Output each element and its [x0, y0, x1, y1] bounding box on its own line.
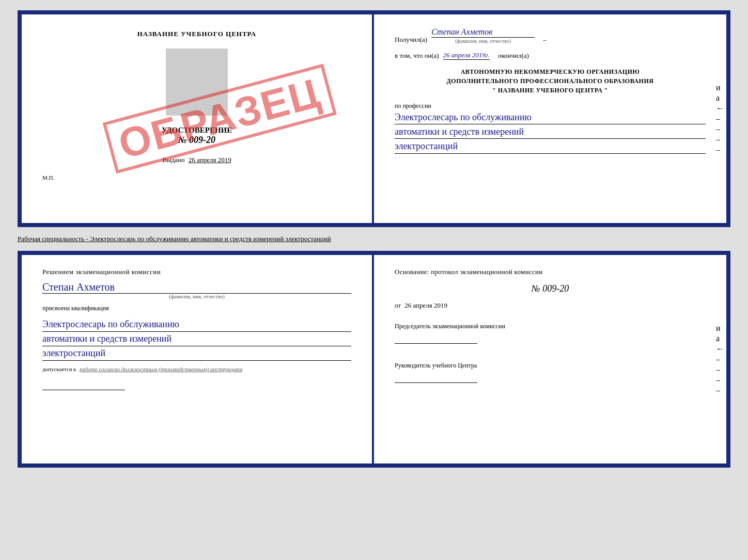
- left-signature-line: [42, 380, 125, 390]
- org-text: АВТОНОМНУЮ НЕКОММЕРЧЕСКУЮ ОРГАНИЗАЦИЮ ДО…: [395, 67, 706, 95]
- issued-label: Выдано: [162, 156, 184, 164]
- side-b-letter-1: и: [716, 324, 726, 333]
- received-row: Получил(а) Степан Ахметов (фамилия, имя,…: [395, 27, 706, 44]
- profession-label: по профессии: [395, 102, 706, 110]
- profession-line2: автоматики и средств измерений: [395, 125, 706, 139]
- cert-left-page: НАЗВАНИЕ УЧЕБНОГО ЦЕНТРА УДОСТОВЕРЕНИЕ №…: [22, 14, 374, 223]
- issued-date: 26 апреля 2019: [189, 156, 231, 164]
- inthat-date: 26 апреля 2019г.: [443, 51, 490, 60]
- side-b-letter-4: –: [716, 355, 726, 364]
- head-label: Руководитель учебного Центра: [395, 361, 706, 370]
- photo-placeholder: [166, 49, 228, 116]
- admission-block: допускается к работе согласно должностны…: [42, 366, 351, 372]
- org-line3: " НАЗВАНИЕ УЧЕБНОГО ЦЕНТРА ": [395, 86, 706, 95]
- cert-doc-title: УДОСТОВЕРЕНИЕ: [162, 126, 232, 135]
- finished-label: окончил(а): [498, 52, 529, 60]
- qual-profession-line2: автоматики и средств измерений: [42, 332, 351, 346]
- received-sub: (фамилия, имя, отчество): [431, 38, 535, 44]
- cert-stamp: М.П.: [42, 174, 54, 181]
- side-letter-5: –: [716, 124, 726, 134]
- caption-text: Рабочая специальность - Электрослесарь п…: [18, 235, 331, 243]
- side-b-letter-7: –: [716, 386, 726, 395]
- profession-line1: Электрослесарь по обслуживанию: [395, 111, 706, 124]
- side-b-letter-6: –: [716, 375, 726, 385]
- org-line1: АВТОНОМНУЮ НЕКОММЕРЧЕСКУЮ ОРГАНИЗАЦИЮ: [395, 67, 706, 76]
- qual-profession-block: Электрослесарь по обслуживанию автоматик…: [42, 317, 351, 361]
- side-decorations-top: и а ← – – – –: [716, 14, 726, 223]
- side-decorations-bottom: и а ← – – – –: [716, 255, 726, 463]
- dash1: –: [543, 36, 547, 44]
- side-letter-7: –: [716, 145, 726, 154]
- side-letter-2: а: [716, 93, 726, 103]
- basis-date-value: 26 апреля 2019: [404, 301, 447, 309]
- assigned-label: присвоена квалификация: [42, 305, 351, 312]
- qualification-spread-bottom: Решением экзаменационной комиссии Степан…: [18, 251, 730, 468]
- basis-label: Основание: протокол экзаменационной коми…: [395, 268, 706, 276]
- side-letter-6: –: [716, 135, 726, 144]
- qual-name: Степан Ахметов: [42, 281, 351, 294]
- cert-right-page: Получил(а) Степан Ахметов (фамилия, имя,…: [374, 14, 726, 223]
- admission-label: допускается к: [42, 366, 76, 372]
- from-label: от: [395, 301, 401, 309]
- side-b-letter-5: –: [716, 365, 726, 374]
- head-section: Руководитель учебного Центра: [395, 361, 706, 383]
- qual-left-page: Решением экзаменационной комиссии Степан…: [22, 255, 374, 463]
- cert-center-title: НАЗВАНИЕ УЧЕБНОГО ЦЕНТРА: [137, 30, 257, 38]
- qual-right-page: Основание: протокол экзаменационной коми…: [374, 255, 726, 463]
- inthat-row: в том, что он(а) 26 апреля 2019г. окончи…: [395, 51, 706, 60]
- side-letter-3: ←: [716, 104, 726, 113]
- qual-profession-line3: электростанций: [42, 346, 351, 361]
- profession-line3: электростанций: [395, 140, 706, 153]
- page-wrapper: НАЗВАНИЕ УЧЕБНОГО ЦЕНТРА УДОСТОВЕРЕНИЕ №…: [18, 10, 730, 468]
- cert-number: № 009-20: [178, 135, 215, 146]
- side-b-letter-2: а: [716, 334, 726, 343]
- admission-value: работе согласно должностным (производств…: [80, 366, 242, 372]
- inthat-label: в том, что он(а): [395, 52, 439, 60]
- side-b-letter-3: ←: [716, 344, 726, 354]
- received-label: Получил(а): [395, 36, 427, 44]
- caption-row: Рабочая специальность - Электрослесарь п…: [18, 232, 730, 246]
- basis-number: № 009-20: [395, 283, 706, 294]
- decision-label: Решением экзаменационной комиссии: [42, 268, 351, 276]
- qual-profession-line1: Электрослесарь по обслуживанию: [42, 317, 351, 332]
- basis-date: от 26 апреля 2019: [395, 301, 706, 310]
- qual-name-block: Степан Ахметов (фамилия, имя, отчество): [42, 281, 351, 299]
- received-name: Степан Ахметов: [431, 27, 535, 38]
- certificate-spread-top: НАЗВАНИЕ УЧЕБНОГО ЦЕНТРА УДОСТОВЕРЕНИЕ №…: [18, 10, 730, 227]
- cert-issued: Выдано 26 апреля 2019: [162, 156, 231, 164]
- chairman-section: Председатель экзаменационной комиссии: [395, 322, 706, 344]
- qual-name-sub: (фамилия, имя, отчество): [42, 294, 351, 299]
- side-letter-4: –: [716, 114, 726, 123]
- head-signature-line: [395, 373, 477, 383]
- side-letter-1: и: [716, 83, 726, 92]
- chairman-signature-line: [395, 333, 477, 344]
- profession-block: по профессии Электрослесарь по обслужива…: [395, 102, 706, 154]
- chairman-label: Председатель экзаменационной комиссии: [395, 322, 706, 331]
- org-line2: ДОПОЛНИТЕЛЬНОГО ПРОФЕССИОНАЛЬНОГО ОБРАЗО…: [395, 76, 706, 86]
